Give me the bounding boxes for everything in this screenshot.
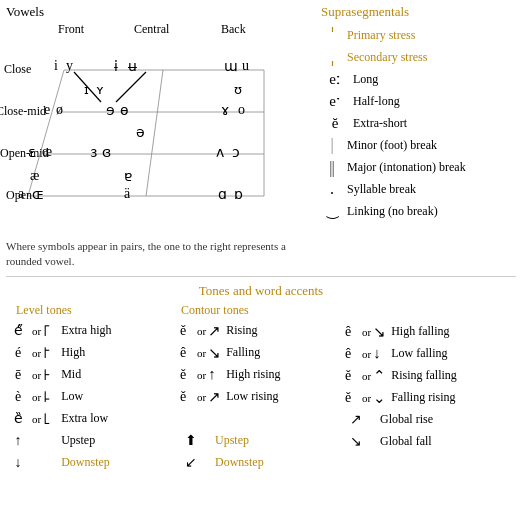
- vowel-oe-open: ɶ: [32, 186, 44, 203]
- vowel-turned-a: ɒ: [234, 186, 243, 203]
- tone-lbl-mid: Mid: [61, 367, 81, 382]
- tone-row-extra-low: ȅ or ꜖ Extra low: [6, 408, 171, 430]
- vowel-alpha: ɑ: [218, 186, 227, 203]
- tone-row-high: é or ꜓ High: [6, 342, 171, 364]
- tone-sym-low-rising: ě: [171, 389, 195, 405]
- tone-row-downstep2: ↙ Downstep: [171, 452, 336, 474]
- tone-row-upstep: ↑ or Upstep: [6, 430, 171, 452]
- tone-dia-high-falling: ↘: [373, 323, 387, 341]
- supra-symbol-half-long: eˑ: [321, 92, 349, 110]
- tone-sym-rising: ě: [171, 323, 195, 339]
- supra-row-major: ‖ Major (intonation) break: [321, 156, 521, 178]
- vowel-U: ʊ: [234, 82, 242, 98]
- tone-lbl-high: High: [61, 345, 85, 360]
- tone-row-blank1: [171, 408, 336, 430]
- vowel-note: Where symbols appear in pairs, the one t…: [6, 239, 301, 270]
- supra-symbol-secondary: ˌ: [321, 46, 343, 68]
- tone-lbl-low-rising: Low rising: [226, 389, 278, 404]
- tone-lbl-rising: Rising: [226, 323, 257, 338]
- vowel-rams: ɤ: [221, 102, 229, 119]
- vowel-eps: ɛ: [28, 144, 36, 161]
- tone-lbl-high-rising: High rising: [226, 367, 280, 382]
- row-close: Close: [4, 62, 31, 77]
- supra-label-minor: Minor (foot) break: [347, 138, 437, 153]
- vowel-Y: ʏ: [96, 82, 104, 98]
- tone-sym-high-falling: ê: [336, 324, 360, 340]
- vowel-i: i: [54, 58, 58, 74]
- supra-symbol-major: ‖: [321, 158, 343, 177]
- vowels-title: Vowels: [6, 4, 311, 20]
- supra-row-secondary: ˌ Secondary stress: [321, 46, 521, 68]
- tone-row-global-fall: ↘ Global fall: [336, 431, 511, 453]
- vowel-schwa: ə: [136, 124, 145, 141]
- tone-sym-falling-rising: ě: [336, 390, 360, 406]
- tone-lbl-falling-rising: Falling rising: [391, 390, 455, 405]
- tone-row-rising-falling: ě or ⌃ Rising falling: [336, 365, 511, 387]
- tone-dia-rising-falling: ⌃: [373, 367, 387, 385]
- vowel-w: ɯ: [224, 58, 238, 75]
- tone-sym-low-falling: ê: [336, 346, 360, 362]
- tone-lbl-high-falling: High falling: [391, 324, 449, 339]
- tone-lbl-rising-falling: Rising falling: [391, 368, 457, 383]
- tone-row-rising: ě or ↗ Rising: [171, 320, 336, 342]
- supra-row-linking: ‿ Linking (no break): [321, 200, 521, 222]
- tone-or-r3: or: [197, 369, 206, 381]
- tone-sym-upstep: ↑: [6, 433, 30, 449]
- tone-lbl-downstep2: Downstep: [215, 455, 264, 470]
- svg-line-8: [116, 72, 146, 102]
- tone-row-mid: ē or ꜔ Mid: [6, 364, 171, 386]
- tone-row-upstep2: ⬆ Upstep: [171, 430, 336, 452]
- tone-lbl-falling: Falling: [226, 345, 260, 360]
- supra-label-secondary: Secondary stress: [347, 50, 427, 65]
- tone-row-falling-rising: ě or ⌄ Falling rising: [336, 387, 511, 409]
- tone-sym-high: é: [6, 345, 30, 361]
- tone-sym-downstep: ↓: [6, 455, 30, 471]
- tone-or-r2: or: [197, 347, 206, 359]
- tone-or-c4: or: [362, 392, 371, 404]
- vowel-turn-v: ʌ: [216, 144, 224, 161]
- supra-symbol-linking: ‿: [321, 203, 343, 220]
- supra-label-syllable: Syllable break: [347, 182, 416, 197]
- supra-symbol-extra-short: ĕ: [321, 115, 349, 132]
- vowel-oe: ø: [56, 102, 63, 118]
- tone-dia-extra-high: ꜒: [43, 321, 57, 340]
- level-tones-title: Level tones: [6, 303, 171, 318]
- vowel-a-center: ä: [124, 186, 130, 202]
- col-back: Back: [221, 22, 246, 37]
- vowel-near-open: ɐ: [124, 168, 132, 185]
- tone-sym-high-rising: ě: [171, 367, 195, 383]
- tone-sym-extra-high: é̋: [6, 322, 30, 339]
- tone-lbl-low-falling: Low falling: [391, 346, 447, 361]
- tone-row-low: è or ꜕ Low: [6, 386, 171, 408]
- tone-sym-mid: ē: [6, 367, 30, 383]
- supra-label-extra-short: Extra-short: [353, 116, 407, 131]
- tone-sym-falling: ê: [171, 345, 195, 361]
- tone-row-high-rising: ě or ↑ High rising: [171, 364, 336, 386]
- tone-or-c1: or: [362, 326, 371, 338]
- supra-label-primary: Primary stress: [347, 28, 415, 43]
- supra-label-linking: Linking (no break): [347, 204, 438, 219]
- tone-dia-rising: ↗: [208, 322, 222, 340]
- vowel-e-open: ɜ: [90, 144, 97, 161]
- tone-sym-global-fall: ↘: [336, 433, 376, 450]
- vowel-u-center: ʉ: [128, 58, 137, 75]
- tone-dia-falling-rising: ⌄: [373, 389, 387, 407]
- supra-symbol-syllable: .: [321, 180, 343, 198]
- tone-or-c2: or: [362, 348, 371, 360]
- tone-sym-extra-low: ȅ: [6, 410, 30, 427]
- vowel-oe2: œ: [42, 144, 52, 160]
- tone-or-3: or: [32, 369, 41, 381]
- tone-or-4: or: [32, 391, 41, 403]
- vowel-ae: æ: [30, 168, 39, 184]
- tone-sym-rising-falling: ě: [336, 368, 360, 384]
- row-close-mid: Close-mid: [0, 104, 46, 119]
- tone-lbl-upstep: Upstep: [61, 433, 95, 448]
- supra-row-extra-short: ĕ Extra-short: [321, 112, 521, 134]
- supra-label-half-long: Half-long: [353, 94, 400, 109]
- tone-dia-low-rising: ↗: [208, 388, 222, 406]
- tone-sym-low: è: [6, 389, 30, 405]
- tone-lbl-upstep2: Upstep: [215, 433, 249, 448]
- supra-row-half-long: eˑ Half-long: [321, 90, 521, 112]
- tone-lbl-global-fall: Global fall: [380, 434, 432, 449]
- supra-symbol-primary: ˈ: [321, 24, 343, 46]
